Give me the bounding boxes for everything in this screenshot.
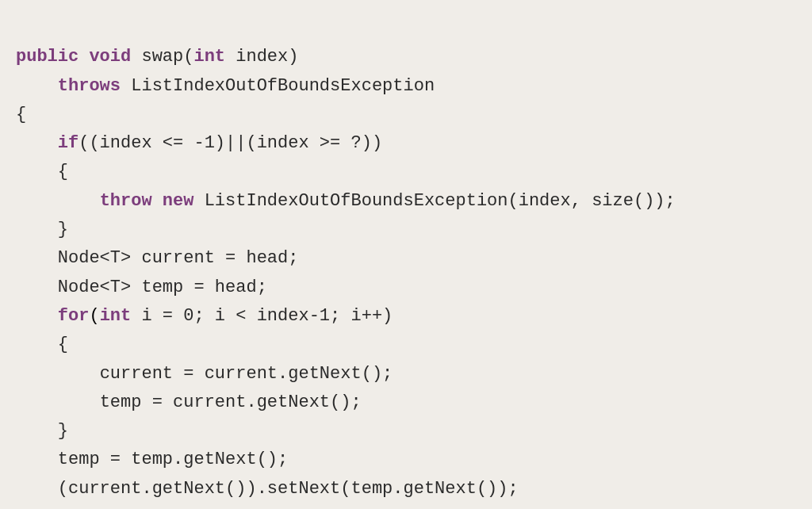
line-1: public void swap(int index) (16, 47, 298, 67)
line-3: { (16, 105, 26, 124)
line-15: temp = temp.getNext(); (16, 450, 288, 469)
line-16: (current.getNext()).setNext(temp.getNext… (16, 479, 519, 499)
line-11: { (16, 335, 68, 354)
line-7: } (16, 220, 68, 239)
line-14: } (16, 421, 68, 441)
code-display: public void swap(int index) throws ListI… (0, 14, 812, 509)
line-5: { (16, 162, 68, 182)
line-9: Node<T> temp = head; (16, 277, 267, 297)
line-8: Node<T> current = head; (16, 248, 298, 268)
line-13: temp = current.getNext(); (16, 392, 362, 412)
line-2: throws ListIndexOutOfBoundsException (16, 76, 435, 96)
line-4: if((index <= -1)||(index >= ?)) (16, 133, 382, 153)
line-12: current = current.getNext(); (16, 364, 393, 384)
line-10: for(int i = 0; i < index-1; i++) (16, 306, 393, 326)
line-6: throw new ListIndexOutOfBoundsException(… (16, 191, 676, 211)
